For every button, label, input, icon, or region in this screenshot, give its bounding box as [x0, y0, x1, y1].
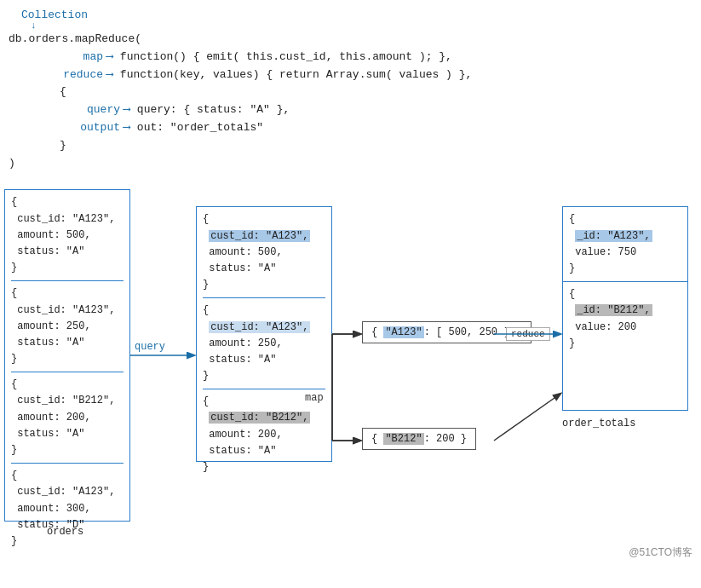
- filtered-record-2: { cust_id: "A123", amount: 250, status: …: [203, 303, 325, 384]
- order-record-1: { cust_id: "A123", amount: 500, status: …: [11, 194, 124, 276]
- result-record-1: { _id: "A123", value: 750 }: [569, 211, 681, 277]
- query-label: query: [77, 101, 124, 119]
- result-box: { _id: "A123", value: 750 } { _id: "B212…: [562, 206, 688, 411]
- query-arrow-icon: ⟶: [124, 101, 130, 119]
- map-value: function() { emit( this.cust_id, this.am…: [120, 49, 452, 66]
- order-totals-label: order_totals: [562, 418, 635, 429]
- code-section: Collection ↓ db.orders.mapReduce( map ⟶ …: [0, 0, 701, 181]
- output-param-row: output ⟶ out: "order_totals": [9, 119, 692, 137]
- reduce-param-row: reduce ⟶ function(key, values) { return …: [9, 66, 692, 84]
- filtered-record-3: { cust_id: "B212", amount: 200, status: …: [203, 394, 325, 476]
- reduce-label: reduce: [60, 66, 106, 84]
- output-arrow-icon: ⟶: [124, 119, 130, 137]
- reduce-arrow-icon: ⟶: [106, 66, 113, 84]
- filtered-record-1: { cust_id: "A123", amount: 500, status: …: [203, 211, 325, 293]
- output-value: out: "order_totals": [137, 119, 263, 137]
- watermark: @51CTO博客: [629, 545, 692, 560]
- brace-open: {: [9, 84, 692, 101]
- filtered-box: { cust_id: "A123", amount: 500, status: …: [196, 206, 332, 462]
- mid-box-b212: { "B212": 200 }: [362, 428, 476, 450]
- order-record-2: { cust_id: "A123", amount: 250, status: …: [11, 285, 124, 367]
- svg-line-12: [494, 394, 560, 441]
- map-arrow-icon: ⟶: [106, 49, 113, 66]
- orders-box: { cust_id: "A123", amount: 500, status: …: [4, 189, 130, 522]
- orders-label: orders: [47, 526, 83, 538]
- query-value: query: { status: "A" },: [137, 101, 290, 119]
- paren-close: ): [9, 155, 692, 173]
- reduce-label-box: reduce: [506, 327, 550, 341]
- diagram: { cust_id: "A123", amount: 500, status: …: [0, 189, 701, 564]
- reduce-value: function(key, values) { return Array.sum…: [120, 66, 472, 84]
- map-label: map: [60, 49, 106, 66]
- map-param-row: map ⟶ function() { emit( this.cust_id, t…: [9, 49, 692, 66]
- query-param-row: query ⟶ query: { status: "A" },: [9, 101, 692, 119]
- code-line-1: db.orders.mapReduce(: [9, 31, 692, 49]
- result-record-2: { _id: "B212", value: 200 }: [569, 286, 681, 352]
- order-record-3: { cust_id: "B212", amount: 200, status: …: [11, 377, 124, 458]
- output-label: output: [77, 119, 124, 137]
- brace-close: }: [9, 137, 692, 155]
- collection-label: Collection: [21, 9, 88, 21]
- arrow-down-icon: ↓: [31, 21, 692, 31]
- svg-text:query: query: [135, 341, 165, 353]
